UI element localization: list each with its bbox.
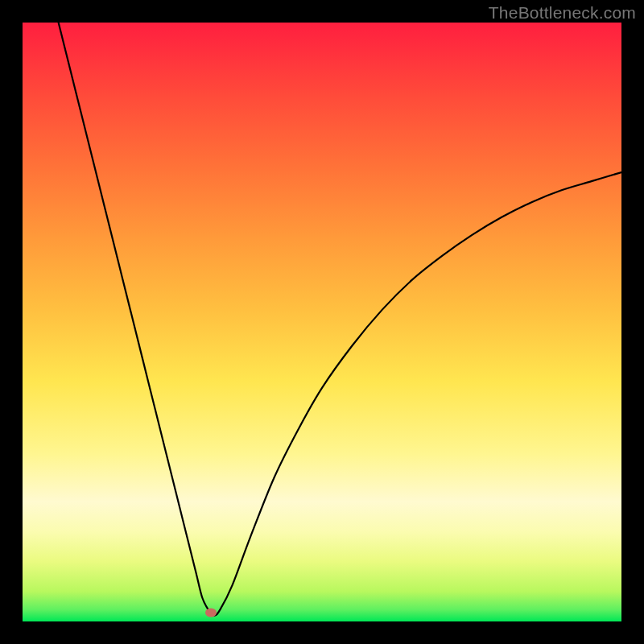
optimal-point-marker — [205, 608, 217, 617]
plot-area — [23, 23, 621, 621]
curve-layer — [23, 23, 621, 621]
watermark-text: TheBottleneck.com — [489, 3, 636, 23]
chart-frame: TheBottleneck.com — [0, 0, 644, 644]
bottleneck-curve — [59, 23, 621, 616]
